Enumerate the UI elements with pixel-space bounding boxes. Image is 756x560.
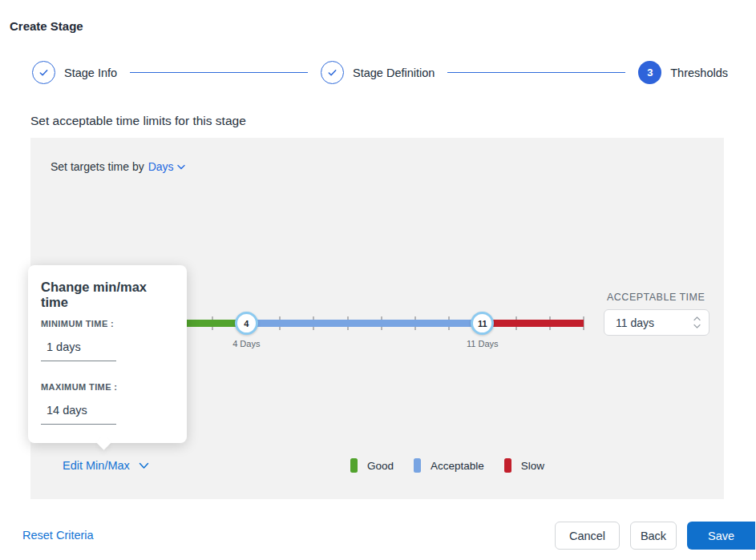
step-label: Stage Definition xyxy=(353,66,435,79)
legend-label: Good xyxy=(367,460,394,472)
back-button[interactable]: Back xyxy=(630,522,677,550)
slider-segment xyxy=(246,320,483,327)
acceptable-time-block: ACCEPTABLE TIME 11 days xyxy=(604,292,710,336)
slider-segment xyxy=(483,320,584,327)
stepper-connector xyxy=(130,72,308,73)
legend-item-slow: Slow xyxy=(504,458,544,473)
legend: Good Acceptable Slow xyxy=(350,458,544,473)
chevron-up-icon[interactable] xyxy=(693,316,701,321)
minimum-time-label: MINIMUM TIME : xyxy=(41,319,174,328)
chevron-down-icon xyxy=(177,164,185,170)
good-swatch xyxy=(350,458,358,473)
acceptable-time-value: 11 days xyxy=(616,316,654,329)
maximum-time-input[interactable]: 14 days xyxy=(41,399,116,425)
footer-actions: Cancel Back Save xyxy=(555,522,755,550)
step-stage-info[interactable]: Stage Info xyxy=(32,61,117,84)
legend-item-acceptable: Acceptable xyxy=(414,458,484,473)
create-stage-dialog: Create Stage Stage Info Stage Definition… xyxy=(0,0,756,560)
reset-criteria-link[interactable]: Reset Criteria xyxy=(22,529,94,542)
targets-unit-value: Days xyxy=(148,160,174,173)
page-title: Create Stage xyxy=(10,19,83,33)
slow-swatch xyxy=(504,458,511,473)
maximum-time-value: 14 days xyxy=(41,399,116,424)
targets-row: Set targets time by Days xyxy=(51,160,185,173)
minimum-time-value: 1 days xyxy=(41,336,116,361)
popover-title: Change min/max time xyxy=(41,280,174,310)
step-number-badge: 3 xyxy=(638,61,661,84)
targets-unit-dropdown[interactable]: Days xyxy=(148,160,185,173)
acceptable-time-input[interactable]: 11 days xyxy=(604,309,710,336)
legend-item-good: Good xyxy=(350,458,394,473)
step-label: Stage Info xyxy=(64,66,117,79)
legend-label: Slow xyxy=(521,460,544,472)
step-stage-definition[interactable]: Stage Definition xyxy=(321,61,435,84)
acceptable-swatch xyxy=(414,458,421,473)
step-label: Thresholds xyxy=(670,66,728,79)
section-heading: Set acceptable time limits for this stag… xyxy=(30,114,246,128)
edit-minmax-label: Edit Min/Max xyxy=(63,459,130,472)
save-button[interactable]: Save xyxy=(687,522,755,550)
cancel-button[interactable]: Cancel xyxy=(555,522,620,550)
maximum-time-label: MAXIMUM TIME : xyxy=(41,382,174,392)
number-stepper[interactable] xyxy=(693,316,701,328)
chevron-down-icon[interactable] xyxy=(693,324,701,328)
minimum-time-input[interactable]: 1 days xyxy=(41,336,116,361)
legend-label: Acceptable xyxy=(431,460,484,472)
step-thresholds[interactable]: 3 Thresholds xyxy=(638,61,728,84)
slider-handle[interactable]: 11 xyxy=(471,312,494,335)
acceptable-time-label: ACCEPTABLE TIME xyxy=(607,292,710,303)
stepper: Stage Info Stage Definition 3 Thresholds xyxy=(32,61,728,84)
slider-handle-label: 11 Days xyxy=(467,339,499,348)
check-circle-icon xyxy=(32,61,55,84)
chevron-down-icon xyxy=(139,462,149,469)
slider-handle-label: 4 Days xyxy=(232,339,260,348)
edit-minmax-toggle[interactable]: Edit Min/Max xyxy=(63,459,149,472)
check-circle-icon xyxy=(321,61,344,84)
change-minmax-popover: Change min/max time MINIMUM TIME : 1 day… xyxy=(28,265,187,443)
targets-label: Set targets time by xyxy=(51,160,144,173)
stepper-connector xyxy=(447,72,625,73)
slider-handle[interactable]: 4 xyxy=(235,312,258,335)
spacer xyxy=(41,361,174,382)
